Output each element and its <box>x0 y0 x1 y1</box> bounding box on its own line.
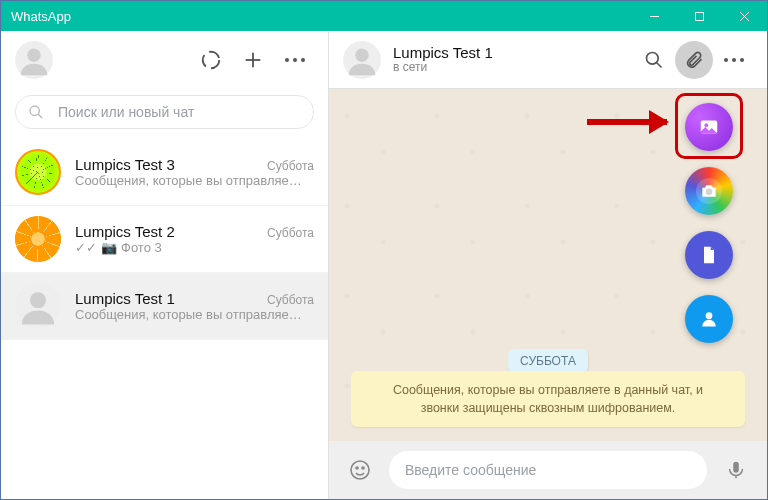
message-input-wrap[interactable] <box>389 451 707 489</box>
search-input-wrap[interactable] <box>15 95 314 129</box>
contact-avatar[interactable] <box>343 41 381 79</box>
delivered-ticks-icon: ✓✓ <box>75 240 97 255</box>
chat-avatar <box>15 283 61 329</box>
chat-name: Lumpics Test 3 <box>75 156 175 173</box>
encryption-notice: Сообщения, которые вы отправляете в данн… <box>351 371 745 427</box>
chat-avatar <box>15 149 61 195</box>
document-icon <box>699 245 719 265</box>
chat-name: Lumpics Test 2 <box>75 223 175 240</box>
svg-point-11 <box>30 106 39 115</box>
svg-point-4 <box>27 49 40 62</box>
contact-status: в сети <box>393 61 493 75</box>
chat-preview: Сообщения, которые вы отправляе… <box>75 307 314 322</box>
left-panel: Lumpics Test 3 Суббота Сообщения, которы… <box>1 31 329 499</box>
emoji-icon <box>348 458 372 482</box>
right-panel: Lumpics Test 1 в сети СУББОТА Сообщен <box>329 31 767 499</box>
chat-name: Lumpics Test 1 <box>75 290 175 307</box>
chat-time: Суббота <box>267 293 314 307</box>
chat-item[interactable]: Lumpics Test 1 Суббота Сообщения, которы… <box>1 273 328 340</box>
chat-list: Lumpics Test 3 Суббота Сообщения, которы… <box>1 139 328 499</box>
svg-line-16 <box>657 62 662 67</box>
chat-preview-text: Фото 3 <box>121 240 162 255</box>
search-icon <box>28 104 44 120</box>
chat-time: Суббота <box>267 226 314 240</box>
voice-button[interactable] <box>717 451 755 489</box>
left-header <box>1 31 328 89</box>
chat-header: Lumpics Test 1 в сети <box>329 31 767 89</box>
svg-rect-1 <box>696 12 704 20</box>
chat-preview: Сообщения, которые вы отправляе… <box>75 173 314 188</box>
svg-rect-27 <box>733 462 739 473</box>
svg-point-22 <box>706 189 713 196</box>
chat-search-icon[interactable] <box>635 41 673 79</box>
attach-active-bg <box>675 41 713 79</box>
paperclip-icon <box>684 50 704 70</box>
svg-point-21 <box>704 123 708 127</box>
chat-time: Суббота <box>267 159 314 173</box>
attach-contact-button[interactable] <box>685 295 733 343</box>
camera-icon <box>699 181 719 201</box>
svg-point-8 <box>285 58 289 62</box>
messages-area: СУББОТА Сообщения, которые вы отправляет… <box>329 89 767 441</box>
camera-icon: 📷 <box>101 240 117 255</box>
svg-point-19 <box>740 58 744 62</box>
my-avatar[interactable] <box>15 41 53 79</box>
search-input[interactable] <box>58 104 301 120</box>
microphone-icon <box>725 459 747 481</box>
chat-item[interactable]: Lumpics Test 3 Суббота Сообщения, которы… <box>1 139 328 206</box>
svg-point-9 <box>293 58 297 62</box>
image-icon <box>698 116 720 138</box>
svg-point-14 <box>355 48 368 61</box>
svg-point-26 <box>362 467 364 469</box>
svg-point-15 <box>647 52 659 64</box>
contact-name: Lumpics Test 1 <box>393 44 493 61</box>
attach-document-button[interactable] <box>685 231 733 279</box>
attach-camera-button[interactable] <box>685 167 733 215</box>
svg-line-12 <box>38 114 42 118</box>
message-input[interactable] <box>405 462 691 478</box>
svg-point-13 <box>30 292 46 308</box>
svg-point-5 <box>203 52 220 69</box>
chat-avatar <box>15 216 61 262</box>
person-icon <box>699 309 719 329</box>
attach-gallery-button[interactable] <box>685 103 733 151</box>
menu-icon[interactable] <box>276 41 314 79</box>
maximize-button[interactable] <box>677 1 722 31</box>
titlebar: WhatsApp <box>1 1 767 31</box>
attach-menu <box>685 103 733 343</box>
svg-point-17 <box>724 58 728 62</box>
svg-point-18 <box>732 58 736 62</box>
chat-item[interactable]: Lumpics Test 2 Суббота ✓✓ 📷 Фото 3 <box>1 206 328 273</box>
date-badge: СУББОТА <box>508 349 588 373</box>
status-icon[interactable] <box>192 41 230 79</box>
annotation-arrow <box>587 119 667 125</box>
new-chat-icon[interactable] <box>234 41 272 79</box>
minimize-button[interactable] <box>632 1 677 31</box>
chat-preview: ✓✓ 📷 Фото 3 <box>75 240 314 255</box>
contact-info[interactable]: Lumpics Test 1 в сети <box>393 44 493 75</box>
input-bar <box>329 441 767 499</box>
svg-point-25 <box>356 467 358 469</box>
close-button[interactable] <box>722 1 767 31</box>
window-title: WhatsApp <box>11 9 632 24</box>
chat-menu-icon[interactable] <box>715 41 753 79</box>
emoji-button[interactable] <box>341 451 379 489</box>
svg-point-23 <box>706 312 713 319</box>
svg-point-24 <box>351 461 369 479</box>
svg-point-10 <box>301 58 305 62</box>
attach-button[interactable] <box>675 41 713 79</box>
